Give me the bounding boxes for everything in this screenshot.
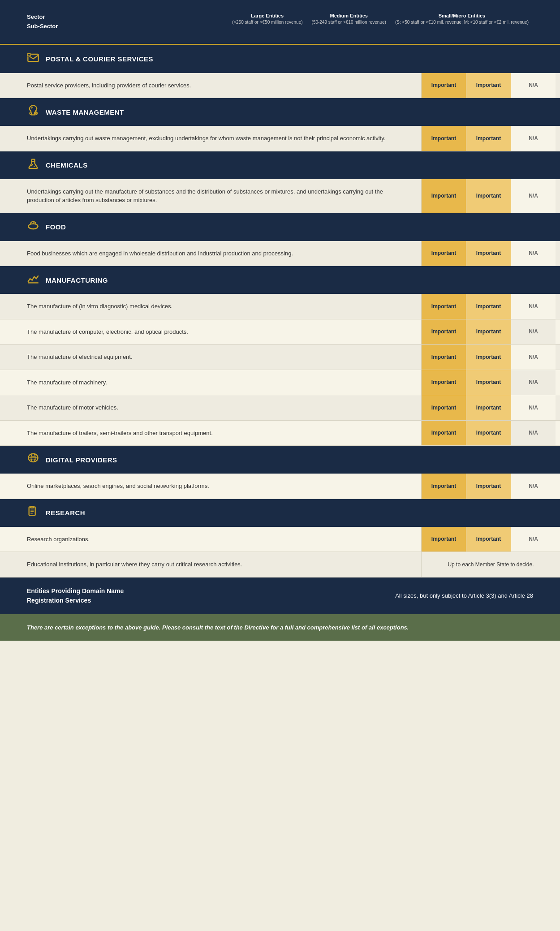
row-cells: ImportantImportantN/A [421,179,560,213]
row-cells: ImportantImportantN/A [421,345,560,370]
section-title-postal: POSTAL & COURIER SERVICES [46,55,153,63]
small-cell: N/A [511,294,556,319]
table-row: The manufacture of trailers, semi-traile… [0,421,560,446]
waste-icon [27,104,39,120]
small-cell: N/A [511,345,556,370]
section-header-digital: DIGITAL PROVIDERS [0,446,560,474]
section-header-waste: WASTE MANAGEMENT [0,98,560,126]
small-cell: N/A [511,126,556,151]
row-cells: ImportantImportantN/A [421,370,560,395]
table-row: Research organizations.ImportantImportan… [0,527,560,552]
table-row: The manufacture of (in vitro diagnostic)… [0,294,560,319]
small-cell: N/A [511,370,556,395]
medium-cell: Important [466,241,511,266]
section-header-manufacturing: MANUFACTURING [0,266,560,294]
chemicals-icon [27,158,39,173]
medium-cell: Important [466,421,511,446]
large-cell: Important [421,474,466,499]
row-description: The manufacture of electrical equipment. [0,345,421,370]
entities-value: All sizes, but only subject to Article 3… [395,592,533,599]
section-header-chemicals: CHEMICALS [0,151,560,179]
page-header: Sector Sub-Sector Large Entities (>250 s… [0,0,560,45]
row-description: Online marketplaces, search engines, and… [0,474,421,499]
table-row: Postal service providers, including prov… [0,73,560,99]
medium-cell: Important [466,527,511,552]
table-row: The manufacture of computer, electronic,… [0,319,560,345]
header-columns: Large Entities (>250 staff or >€50 milli… [228,13,533,26]
small-cell: N/A [511,395,556,420]
row-cells: ImportantImportantN/A [421,474,560,499]
row-description: Postal service providers, including prov… [0,73,421,98]
row-description: Educational institutions, in particular … [0,552,421,577]
large-cell: Important [421,126,466,151]
medium-cell: Important [466,73,511,98]
section-header-postal: POSTAL & COURIER SERVICES [0,45,560,73]
table-row: The manufacture of machinery.ImportantIm… [0,370,560,396]
row-description: The manufacture of (in vitro diagnostic)… [0,294,421,319]
digital-icon [27,452,39,467]
section-title-waste: WASTE MANAGEMENT [46,108,124,116]
section-header-research: RESEARCH [0,499,560,527]
manufacturing-icon [27,272,39,288]
row-cells: ImportantImportantN/A [421,421,560,446]
medium-cell: Important [466,370,511,395]
header-labels: Sector Sub-Sector [27,13,58,31]
large-cell: Important [421,241,466,266]
table-row: Online marketplaces, search engines, and… [0,474,560,499]
section-title-chemicals: CHEMICALS [46,161,88,169]
large-cell: Important [421,345,466,370]
medium-cell: Important [466,319,511,345]
row-description: The manufacture of machinery. [0,370,421,395]
row-description: Undertakings carrying out waste manageme… [0,126,421,151]
large-cell: Important [421,370,466,395]
row-span-cell: Up to each Member State to decide. [421,552,560,577]
row-cells: ImportantImportantN/A [421,527,560,552]
row-cells: ImportantImportantN/A [421,319,560,345]
entities-title: Entities Providing Domain Name Registrat… [27,586,124,605]
table-row: Undertakings carrying out waste manageme… [0,126,560,151]
row-cells: ImportantImportantN/A [421,126,560,151]
medium-cell: Important [466,395,511,420]
section-title-manufacturing: MANUFACTURING [46,276,108,284]
food-icon [27,220,39,235]
large-cell: Important [421,319,466,345]
large-cell: Important [421,294,466,319]
table-row: The manufacture of electrical equipment.… [0,345,560,370]
sector-label: Sector [27,13,58,22]
row-description: The manufacture of computer, electronic,… [0,319,421,345]
small-cell: N/A [511,319,556,345]
footer-note: There are certain exceptions to the abov… [0,614,560,641]
table-row: Undertakings carrying out the manufactur… [0,179,560,213]
row-description: Undertakings carrying out the manufactur… [0,179,421,213]
large-cell: Important [421,527,466,552]
table-row: The manufacture of motor vehicles.Import… [0,395,560,421]
row-cells: ImportantImportantN/A [421,395,560,420]
small-entities-header: Small/Micro Entities (S: <50 staff or <€… [391,13,533,26]
row-cells: ImportantImportantN/A [421,73,560,98]
small-cell: N/A [511,527,556,552]
postal-icon [27,52,39,67]
table-row: Educational institutions, in particular … [0,552,560,578]
entities-row: Entities Providing Domain Name Registrat… [0,578,560,614]
row-description: The manufacture of trailers, semi-traile… [0,421,421,446]
medium-cell: Important [466,474,511,499]
row-cells: ImportantImportantN/A [421,294,560,319]
section-title-food: FOOD [46,223,66,231]
main-table: POSTAL & COURIER SERVICESPostal service … [0,45,560,578]
svg-point-7 [32,164,33,165]
small-cell: N/A [511,73,556,98]
row-description: The manufacture of motor vehicles. [0,395,421,420]
medium-cell: Important [466,126,511,151]
small-cell: N/A [511,421,556,446]
large-cell: Important [421,421,466,446]
table-row: Food businesses which are engaged in who… [0,241,560,267]
research-icon [27,505,39,521]
svg-point-5 [31,164,33,166]
svg-point-6 [34,166,34,167]
section-title-research: RESEARCH [46,509,85,517]
medium-cell: Important [466,294,511,319]
large-cell: Important [421,395,466,420]
large-cell: Important [421,179,466,213]
section-header-food: FOOD [0,213,560,241]
medium-cell: Important [466,345,511,370]
